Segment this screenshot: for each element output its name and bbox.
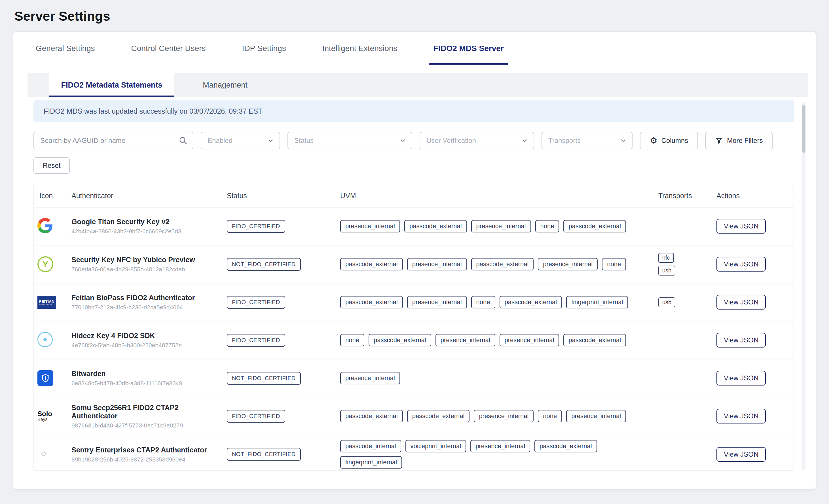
- google-logo-icon: [37, 218, 53, 233]
- authenticator-name: Google Titan Security Key v2: [71, 218, 223, 226]
- view-json-button[interactable]: View JSON: [716, 371, 766, 386]
- sub-tabs: FIDO2 Metadata Statements Management: [28, 73, 808, 97]
- authenticator-aaguid: 4e768f2c-5fab-48b3-b300-220eb487752b: [71, 342, 223, 349]
- view-json-button[interactable]: View JSON: [716, 295, 766, 310]
- user-verification-filter-label: User Verification: [426, 137, 476, 145]
- server-settings-card: General Settings Control Center Users ID…: [13, 31, 816, 490]
- authenticators-table: Icon Authenticator Status UVM Transports…: [33, 184, 794, 471]
- header-uvm: UVM: [337, 192, 655, 200]
- tab-management[interactable]: Management: [174, 73, 276, 97]
- header-icon: Icon: [34, 192, 68, 200]
- chevron-down-icon: [399, 137, 406, 144]
- authenticator-aaguid: 89b19028-256b-4025-8872-255358d950e4: [71, 456, 223, 463]
- view-json-button[interactable]: View JSON: [716, 333, 766, 348]
- hideez-logo-icon: [37, 332, 53, 347]
- enabled-filter-label: Enabled: [208, 137, 232, 145]
- feitian-logo-icon: FEITIANWE ARE SECURITY: [37, 296, 56, 309]
- tab-idp-settings[interactable]: IDP Settings: [242, 32, 286, 65]
- tab-control-center-users[interactable]: Control Center Users: [131, 32, 206, 65]
- uvm-chip: none: [538, 410, 562, 422]
- more-filters-button-label: More Filters: [727, 137, 763, 145]
- uvm-chip: presence_internal: [340, 372, 400, 384]
- uvm-chip: presence_internal: [407, 258, 467, 271]
- table-row: SoloKeysSomu Secp256R1 FIDO2 CTAP2 Authe…: [34, 397, 794, 435]
- status-badge: FIDO_CERTIFIED: [227, 334, 285, 347]
- uvm-chip: passcode_external: [368, 334, 431, 347]
- page-title: Server Settings: [14, 8, 110, 24]
- scrollbar-thumb[interactable]: [802, 105, 805, 153]
- transport-chip: nfc: [658, 253, 674, 263]
- filter-icon: [715, 137, 723, 145]
- mds-status-banner: FIDO2 MDS was last updated successfully …: [33, 100, 794, 122]
- authenticator-name: Bitwarden: [71, 370, 223, 378]
- uvm-chip: presence_internal: [470, 440, 530, 453]
- view-json-button[interactable]: View JSON: [716, 257, 766, 272]
- reset-button[interactable]: Reset: [33, 157, 70, 174]
- table-row: Bitwarden6e8248d5-b479-40db-a3d8-11116f7…: [34, 359, 794, 397]
- status-badge: FIDO_CERTIFIED: [227, 220, 285, 233]
- search-icon: [179, 136, 188, 145]
- more-filters-button[interactable]: More Filters: [706, 132, 772, 149]
- uvm-chip-list: passcode_internalvoiceprint_internalpres…: [340, 440, 651, 469]
- uvm-chip: passcode_external: [404, 220, 467, 232]
- uvm-chip: passcode_external: [563, 334, 626, 347]
- uvm-chip: passcode_external: [471, 258, 534, 271]
- view-json-button[interactable]: View JSON: [716, 219, 766, 233]
- transport-chip-list: usb: [658, 297, 713, 307]
- table-row: Hideez Key 4 FIDO2 SDK4e768f2c-5fab-48b3…: [34, 321, 794, 359]
- user-verification-filter[interactable]: User Verification: [420, 132, 534, 149]
- transports-filter[interactable]: Transports: [542, 132, 633, 149]
- status-badge: NOT_FIDO_CERTIFIED: [227, 372, 301, 385]
- tab-fido2-metadata-statements[interactable]: FIDO2 Metadata Statements: [49, 73, 174, 97]
- uvm-chip-list: passcode_externalpasscode_externalpresen…: [340, 410, 651, 422]
- banner-text: FIDO2 MDS was last updated successfully …: [44, 107, 262, 115]
- header-transports: Transports: [655, 192, 713, 200]
- view-json-button[interactable]: View JSON: [716, 447, 766, 462]
- search-input[interactable]: [33, 132, 193, 149]
- subtab-spacer: [28, 73, 49, 97]
- authenticator-aaguid: 760eda36-00aa-4d29-855b-4012a182cdeb: [71, 266, 223, 273]
- uvm-chip: passcode_external: [534, 440, 597, 453]
- authenticator-aaguid: 77010bd7-212a-4fc9-b236-d2ca5e9d4084: [71, 304, 223, 311]
- uvm-chip: presence_internal: [435, 334, 495, 347]
- status-badge: NOT_FIDO_CERTIFIED: [227, 258, 301, 271]
- panel-scrollbar: [802, 102, 805, 470]
- status-badge: FIDO_CERTIFIED: [227, 296, 285, 309]
- transport-chip: usb: [658, 297, 675, 307]
- status-filter-label: Status: [294, 137, 314, 145]
- tab-intelligent-extensions[interactable]: Intelligent Extensions: [322, 32, 397, 65]
- view-json-button[interactable]: View JSON: [716, 409, 766, 424]
- header-status: Status: [223, 192, 337, 200]
- authenticator-aaguid: 9876631b-d4a0-427f-5773-0ec71c9e0279: [71, 422, 223, 429]
- authenticator-aaguid: 42b4fb4a-2866-43b2-9bf7-6c6669c2e5d3: [71, 228, 223, 235]
- chevron-down-icon: [619, 137, 627, 144]
- authenticator-name: Sentry Enterprises CTAP2 Authenticator: [71, 446, 223, 454]
- main-tabs: General Settings Control Center Users ID…: [13, 32, 816, 65]
- table-body: Google Titan Security Key v242b4fb4a-286…: [34, 208, 794, 471]
- authenticator-name: Feitian BioPass FIDO2 Authenticator: [71, 294, 223, 302]
- tab-fido2-mds-server[interactable]: FIDO2 MDS Server: [433, 32, 504, 65]
- table-row: FEITIANWE ARE SECURITYFeitian BioPass FI…: [34, 284, 794, 321]
- bitwarden-logo-icon: [37, 370, 53, 386]
- status-badge: NOT_FIDO_CERTIFIED: [227, 448, 301, 461]
- table-row: Google Titan Security Key v242b4fb4a-286…: [34, 208, 794, 246]
- columns-button[interactable]: ⚙ Columns: [640, 132, 698, 149]
- yubico-logo-icon: Y: [37, 256, 53, 272]
- tab-general-settings[interactable]: General Settings: [36, 32, 95, 65]
- status-badge: FIDO_CERTIFIED: [227, 410, 285, 423]
- uvm-chip: presence_internal: [471, 220, 531, 232]
- enabled-filter[interactable]: Enabled: [201, 132, 280, 149]
- uvm-chip: none: [602, 258, 626, 271]
- uvm-chip: presence_internal: [566, 410, 626, 422]
- solokeys-logo-icon: SoloKeys: [37, 410, 52, 422]
- uvm-chip-list: presence_internal: [340, 372, 651, 384]
- uvm-chip: none: [340, 334, 364, 347]
- authenticator-name: Security Key NFC by Yubico Preview: [71, 256, 223, 264]
- chevron-down-icon: [521, 137, 529, 144]
- transport-chip: usb: [658, 265, 675, 276]
- status-filter[interactable]: Status: [287, 132, 412, 149]
- table-row: Sentry Enterprises CTAP2 Authenticator89…: [34, 435, 794, 471]
- header-authenticator: Authenticator: [68, 192, 223, 200]
- transports-filter-label: Transports: [548, 137, 581, 145]
- uvm-chip: passcode_external: [340, 410, 403, 422]
